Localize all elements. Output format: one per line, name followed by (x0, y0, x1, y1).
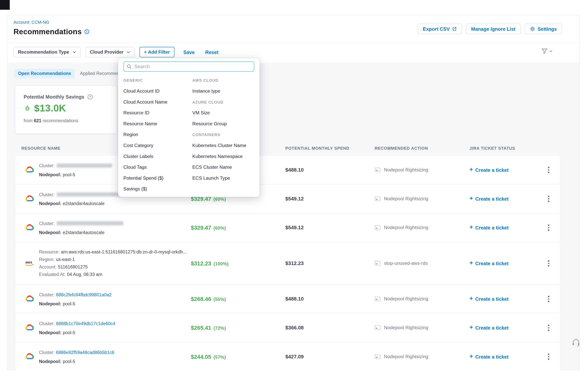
row-menu-button[interactable] (546, 194, 551, 204)
filter-option[interactable]: Region (123, 129, 192, 140)
search-input[interactable] (134, 64, 251, 69)
create-ticket-button[interactable]: +Create a ticket (470, 325, 508, 331)
table-row[interactable]: Cluster: Nodepool:e2standar4autoscale $3… (15, 213, 560, 242)
filter-option[interactable]: Savings ($) (123, 183, 192, 194)
recommended-action-label: Nodepool Rightsizing (384, 196, 428, 202)
savings-percent: (57%) (214, 354, 226, 360)
help-circle-icon[interactable]: ? (87, 94, 93, 100)
cluster-id-link[interactable]: 6888b1c70e49db17c1de60c4 (56, 321, 115, 326)
corner-artifact (0, 0, 10, 10)
screen: Account: CCM-NG Recommendations Export C… (0, 0, 588, 392)
filter-option[interactable]: Kubernetes Namespace (192, 151, 256, 162)
create-ticket-button[interactable]: +Create a ticket (470, 167, 508, 173)
filter-option[interactable]: Cost Category (123, 140, 192, 151)
row-menu-button[interactable] (546, 294, 551, 304)
savings-amount: $13.0K (34, 102, 66, 114)
search-icon (127, 64, 132, 69)
nodepool-label: Nodepool: (39, 301, 61, 306)
cluster-label: Cluster: (39, 192, 54, 197)
cloud-provider-dropdown[interactable]: Cloud Provider (85, 47, 135, 58)
filter-funnel-button[interactable] (542, 48, 552, 54)
recommendation-count: 621 (34, 118, 41, 123)
reset-filter-button[interactable]: Reset (205, 50, 218, 55)
row-menu-button[interactable] (546, 352, 551, 362)
external-link-icon (452, 27, 457, 31)
filter-option[interactable]: Cloud Tags (123, 162, 192, 172)
recommendation-type-label: Recommendation Type (18, 50, 69, 55)
rightsizing-icon (375, 196, 381, 202)
content-area: Open Recommendations Applied Recommendat… (8, 63, 579, 370)
table-row[interactable]: Cluster:6888b1c70e49db17c1de60c4 Nodepoo… (15, 314, 560, 342)
support-headset-icon[interactable] (572, 338, 580, 348)
filter-option[interactable]: Cloud Account Name (123, 96, 192, 108)
create-ticket-label: Create a ticket (475, 260, 508, 266)
row-menu-button[interactable] (546, 323, 551, 333)
cluster-label: Cluster: (39, 321, 54, 326)
cluster-id-link[interactable]: 6886e92f59a48cad86b5b1c6 (56, 350, 114, 355)
export-csv-label: Export CSV (423, 26, 450, 32)
cluster-id-link[interactable]: 688c2fefc84fbdc99801a0a2 (56, 292, 112, 297)
filter-option[interactable]: Resource Group (192, 118, 256, 129)
col-jira-ticket-status: JIRA TICKET STATUS (470, 146, 515, 150)
recommended-action-label: Nodepool Rightsizing (384, 296, 428, 302)
filter-section-header: GENERIC (123, 74, 192, 86)
add-filter-button[interactable]: + Add Filter (140, 47, 174, 58)
filter-option[interactable]: Resource Name (123, 118, 192, 129)
row-menu-button[interactable] (546, 165, 551, 175)
savings-value: $329.47 (191, 224, 211, 231)
filter-option[interactable]: ECS Cluster Name (192, 162, 256, 172)
spend-value: $549.12 (285, 196, 304, 202)
redacted-cluster-value (57, 221, 123, 225)
table-row[interactable]: Cluster:688c2fefc84fbdc99801a0a2 Nodepoo… (15, 284, 560, 314)
plus-icon: + (470, 260, 473, 266)
plus-icon: + (470, 324, 473, 331)
table-row[interactable]: Cluster: Nodepool:e2standar4autoscale $3… (15, 184, 560, 213)
create-ticket-label: Create a ticket (475, 296, 508, 302)
filter-option[interactable]: Cloud Account ID (123, 86, 192, 96)
row-menu-button[interactable] (546, 223, 551, 233)
filter-option[interactable]: Resource ID (123, 107, 192, 118)
create-ticket-button[interactable]: +Create a ticket (470, 354, 508, 360)
filter-option[interactable]: ECS Launch Type (192, 172, 256, 184)
table-row[interactable]: aws Resource:arn:aws:rds:us-east-1:51161… (15, 242, 560, 285)
page-title: Recommendations (14, 27, 82, 36)
create-ticket-button[interactable]: +Create a ticket (470, 260, 508, 266)
savings-value: $244.05 (191, 354, 211, 360)
gcp-icon (24, 295, 36, 303)
create-ticket-button[interactable]: +Create a ticket (470, 225, 508, 230)
info-icon[interactable] (84, 29, 89, 34)
recommendation-type-dropdown[interactable]: Recommendation Type (14, 47, 80, 58)
savings-card-title: Potential Monthly Savings (24, 94, 84, 100)
funnel-icon (542, 48, 548, 54)
nodepool-label: Nodepool: (39, 201, 61, 206)
table-row[interactable]: Cluster:6886e92f59a48cad86b5b1c6 Nodepoo… (15, 342, 560, 370)
evaluated-at-value: 04 Aug, 06:33 am (67, 272, 102, 277)
savings-value: $312.23 (191, 260, 211, 266)
create-ticket-button[interactable]: +Create a ticket (470, 196, 508, 202)
save-filter-button[interactable]: Save (183, 50, 195, 55)
rightsizing-icon (375, 167, 381, 172)
filter-option[interactable]: VM Size (192, 107, 256, 118)
savings-percent: (60%) (214, 226, 226, 231)
table-row[interactable]: Cluster: Nodepool:pool-5 $488.10 Nodepoo… (15, 156, 560, 184)
filter-option[interactable]: Kubernetes Cluster Name (192, 140, 256, 151)
account-breadcrumb[interactable]: Account: CCM-NG (14, 20, 49, 24)
filter-option[interactable]: Potential Spend ($) (123, 172, 192, 184)
svg-text:?: ? (89, 95, 91, 98)
savings-percent: (100%) (214, 261, 229, 266)
settings-button[interactable]: Settings (524, 24, 562, 34)
chevron-down-icon (73, 51, 76, 53)
cloud-provider-label: Cloud Provider (90, 50, 124, 55)
manage-ignore-list-label: Manage Ignore List (471, 26, 516, 32)
row-menu-button[interactable] (546, 258, 551, 268)
filter-option[interactable]: Instance type (192, 86, 256, 96)
account-label: Account: (39, 264, 56, 270)
create-ticket-button[interactable]: +Create a ticket (470, 296, 508, 302)
chevron-down-icon (127, 51, 130, 53)
add-filter-label: + Add Filter (144, 50, 170, 55)
filter-bar: Recommendation Type Cloud Provider + Add… (14, 47, 229, 58)
filter-option[interactable]: Cluster Labels (123, 151, 192, 162)
manage-ignore-list-button[interactable]: Manage Ignore List (466, 24, 521, 34)
tab-open-recommendations[interactable]: Open Recommendations (14, 68, 75, 78)
export-csv-button[interactable]: Export CSV (418, 24, 462, 34)
